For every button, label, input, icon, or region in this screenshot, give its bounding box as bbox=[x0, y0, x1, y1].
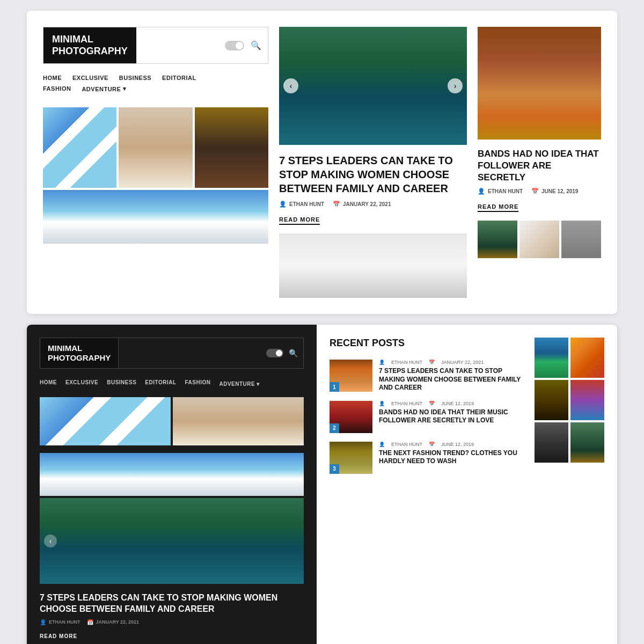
right-featured-image bbox=[478, 27, 601, 140]
dark-nav-row-1: HOME EXCLUSIVE BUSINESS EDITORIAL bbox=[40, 379, 185, 385]
chevron-down-icon: ▾ bbox=[123, 85, 127, 92]
dark-nav-row-2: FASHION ADVENTURE ▾ bbox=[185, 379, 268, 389]
post-1-cal-icon: 📅 bbox=[429, 360, 435, 365]
dark-author-name: ETHAN HUNT bbox=[49, 619, 80, 625]
dark-calendar-icon: 📅 bbox=[87, 619, 93, 625]
nav-editorial[interactable]: EDITORIAL bbox=[162, 75, 196, 81]
dark-sky-photo bbox=[40, 453, 304, 496]
nav-business[interactable]: BUSINESS bbox=[119, 75, 151, 81]
post-1-badge: 1 bbox=[330, 382, 339, 392]
recent-post-3: 3 👤 ETHAN HUNT 📅 JUNE 12, 2019 THE NEXT … bbox=[330, 442, 524, 474]
sidebar-photo-6 bbox=[570, 422, 604, 463]
right-arrow-icon: › bbox=[454, 82, 457, 90]
post-2-badge: 2 bbox=[330, 423, 339, 433]
user-icon-right: 👤 bbox=[478, 188, 485, 195]
nav-home[interactable]: HOME bbox=[43, 75, 62, 81]
dark-slider-prev[interactable]: ‹ bbox=[44, 535, 57, 547]
post-3-cal-icon: 📅 bbox=[429, 442, 435, 447]
sidebar-photo-3 bbox=[535, 380, 568, 420]
light-right-section: RECENT POSTS 1 👤 ETHAN HUNT 📅 JANUARY 22… bbox=[317, 325, 617, 644]
dark-nav-exclusive[interactable]: EXCLUSIVE bbox=[65, 379, 98, 385]
dark-photo-grid bbox=[40, 397, 304, 445]
read-more-link[interactable]: READ MORE bbox=[279, 216, 320, 225]
logo: MINIMAL PHOTOGRAPHY bbox=[43, 27, 136, 63]
recent-posts-title: RECENT POSTS bbox=[330, 338, 524, 349]
slider-next-button[interactable]: › bbox=[448, 78, 463, 93]
dark-controls: 🔍 bbox=[119, 349, 303, 357]
post-2-user-icon: 👤 bbox=[379, 401, 385, 406]
sidebar-photo-4 bbox=[570, 380, 604, 420]
post-2-cal-icon: 📅 bbox=[429, 401, 435, 406]
dark-read-more-link[interactable]: READ MORE bbox=[40, 633, 77, 639]
header-controls: 🔍 bbox=[136, 40, 268, 50]
post-3-badge: 3 bbox=[330, 464, 339, 474]
sidebar-photo-1 bbox=[535, 338, 568, 378]
dark-date-meta: 📅 JANUARY 22, 2021 bbox=[87, 619, 140, 625]
post-2-title: BANDS HAD NO IDEA THAT THEIR MUSIC FOLLO… bbox=[379, 408, 524, 425]
nav-exclusive[interactable]: EXCLUSIVE bbox=[72, 75, 108, 81]
right-column: BANDS HAD NO IDEA THAT FOLLOWER ARE SECR… bbox=[478, 27, 601, 298]
dark-search-icon[interactable]: 🔍 bbox=[289, 349, 298, 357]
post-3-title: THE NEXT FASHION TREND? CLOTHES YOU HARD… bbox=[379, 449, 524, 466]
dark-article-date: JANUARY 22, 2021 bbox=[96, 619, 140, 625]
post-1-title: 7 STEPS LEADERS CAN TAKE TO STOP MAKING … bbox=[379, 367, 524, 392]
dark-slider-area: ‹ bbox=[40, 498, 304, 584]
dark-article-content: 7 STEPS LEADERS CAN TAKE TO STOP MAKING … bbox=[40, 584, 304, 644]
post-1-date: JANUARY 22, 2021 bbox=[441, 360, 484, 365]
post-3-info: 👤 ETHAN HUNT 📅 JUNE 12, 2019 THE NEXT FA… bbox=[379, 442, 524, 466]
dark-nav-home[interactable]: HOME bbox=[40, 379, 57, 385]
author-meta: 👤 ETHAN HUNT bbox=[279, 201, 324, 208]
dark-theme-toggle[interactable] bbox=[266, 349, 283, 357]
dark-logo: MINIMAL PHOTOGRAPHY bbox=[40, 338, 119, 368]
dark-article-meta: 👤 ETHAN HUNT 📅 JANUARY 22, 2021 bbox=[40, 619, 304, 625]
post-3-user-icon: 👤 bbox=[379, 442, 385, 447]
dark-nav-editorial[interactable]: EDITORIAL bbox=[145, 379, 176, 385]
second-article bbox=[279, 233, 467, 298]
left-photo-grid bbox=[43, 107, 268, 244]
right-article-meta: 👤 ETHAN HUNT 📅 JUNE 12, 2019 bbox=[478, 188, 601, 195]
user-icon: 👤 bbox=[279, 201, 287, 208]
post-1-meta: 👤 ETHAN HUNT 📅 JANUARY 22, 2021 bbox=[379, 360, 524, 365]
left-column: MINIMAL PHOTOGRAPHY 🔍 HOME EXCLUSIVE BUS… bbox=[43, 27, 268, 298]
dark-photo-2 bbox=[173, 397, 304, 445]
right-author-meta: 👤 ETHAN HUNT bbox=[478, 188, 523, 195]
nav-adventure[interactable]: ADVENTURE ▾ bbox=[82, 85, 126, 92]
dark-nav-business[interactable]: BUSINESS bbox=[107, 379, 136, 385]
right-article-date: JUNE 12, 2019 bbox=[541, 188, 578, 194]
dark-nav-adventure[interactable]: ADVENTURE ▾ bbox=[219, 379, 259, 389]
header-logo-bar: MINIMAL PHOTOGRAPHY 🔍 bbox=[43, 27, 268, 64]
second-article-image bbox=[279, 233, 467, 298]
post-1-author: ETHAN HUNT bbox=[391, 360, 422, 365]
recent-posts-section: RECENT POSTS 1 👤 ETHAN HUNT 📅 JANUARY 22… bbox=[330, 338, 524, 644]
center-column: ‹ › 7 STEPS LEADERS CAN TAKE TO STOP MAK… bbox=[279, 27, 467, 298]
recent-post-1: 1 👤 ETHAN HUNT 📅 JANUARY 22, 2021 7 STEP… bbox=[330, 360, 524, 392]
sidebar-photos bbox=[535, 338, 604, 644]
dark-left-section: MINIMAL PHOTOGRAPHY 🔍 HOME EXCLUSIVE BUS… bbox=[27, 325, 317, 644]
right-article-title: BANDS HAD NO IDEA THAT FOLLOWER ARE SECR… bbox=[478, 148, 601, 184]
featured-article-title: 7 STEPS LEADERS CAN TAKE TO STOP MAKING … bbox=[279, 153, 467, 195]
dark-author-meta: 👤 ETHAN HUNT bbox=[40, 619, 80, 625]
post-2-info: 👤 ETHAN HUNT 📅 JUNE 12, 2019 BANDS HAD N… bbox=[379, 401, 524, 425]
article-date: JANUARY 22, 2021 bbox=[343, 201, 391, 207]
post-3-author: ETHAN HUNT bbox=[391, 442, 422, 447]
mini-photo-grid bbox=[478, 221, 601, 258]
search-icon[interactable]: 🔍 bbox=[251, 40, 261, 50]
right-read-more-link[interactable]: READ MORE bbox=[478, 203, 518, 212]
nav-fashion[interactable]: FASHION bbox=[43, 85, 71, 92]
post-1-user-icon: 👤 bbox=[379, 360, 385, 365]
post-1-thumb: 1 bbox=[330, 360, 372, 392]
photo-hand-coffee bbox=[195, 107, 268, 188]
nav-row-2: FASHION ADVENTURE ▾ bbox=[43, 85, 137, 92]
dark-nav-fashion[interactable]: FASHION bbox=[185, 379, 211, 389]
photo-blue-stripe bbox=[43, 107, 116, 188]
calendar-icon-right: 📅 bbox=[531, 188, 539, 195]
date-meta: 📅 JANUARY 22, 2021 bbox=[333, 201, 391, 208]
mini-photo-2 bbox=[519, 221, 559, 258]
post-2-meta: 👤 ETHAN HUNT 📅 JUNE 12, 2019 bbox=[379, 401, 524, 406]
slider-prev-button[interactable]: ‹ bbox=[283, 78, 298, 93]
dark-photo-1 bbox=[40, 397, 171, 445]
post-2-author: ETHAN HUNT bbox=[391, 401, 422, 406]
sidebar-photo-2 bbox=[570, 338, 604, 378]
right-date-meta: 📅 JUNE 12, 2019 bbox=[531, 188, 578, 195]
theme-toggle[interactable] bbox=[225, 41, 244, 50]
